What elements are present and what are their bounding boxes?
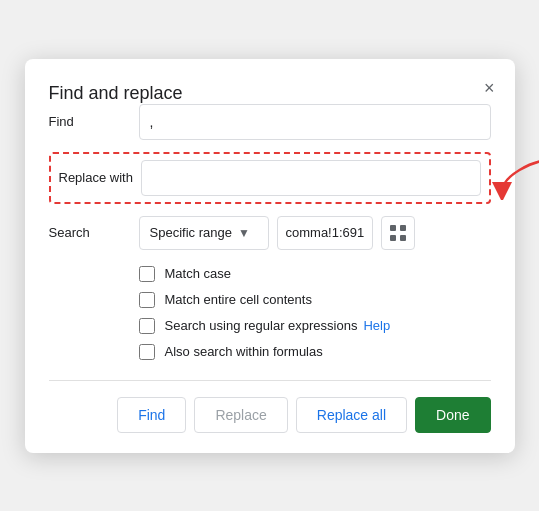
- formulas-row: Also search within formulas: [139, 344, 491, 360]
- grid-picker-button[interactable]: [381, 216, 415, 250]
- match-entire-label: Match entire cell contents: [165, 292, 312, 307]
- regex-label: Search using regular expressions: [165, 318, 358, 333]
- regex-checkbox[interactable]: [139, 318, 155, 334]
- find-label: Find: [49, 114, 139, 129]
- match-entire-checkbox[interactable]: [139, 292, 155, 308]
- done-button[interactable]: Done: [415, 397, 490, 433]
- match-case-checkbox[interactable]: [139, 266, 155, 282]
- dialog-title: Find and replace: [49, 83, 183, 103]
- formulas-checkbox[interactable]: [139, 344, 155, 360]
- regex-help-link[interactable]: Help: [363, 318, 390, 333]
- grid-icon: [390, 225, 406, 241]
- range-value: comma!1:691: [277, 216, 374, 250]
- match-case-row: Match case: [139, 266, 491, 282]
- arrow-annotation: [492, 156, 540, 200]
- replace-with-input[interactable]: [141, 160, 481, 196]
- find-input[interactable]: [139, 104, 491, 140]
- replace-button: Replace: [194, 397, 287, 433]
- search-label: Search: [49, 225, 139, 240]
- replace-all-button[interactable]: Replace all: [296, 397, 407, 433]
- svg-rect-3: [400, 235, 406, 241]
- find-button[interactable]: Find: [117, 397, 186, 433]
- match-entire-row: Match entire cell contents: [139, 292, 491, 308]
- search-dropdown-value: Specific range: [150, 225, 232, 240]
- formulas-label: Also search within formulas: [165, 344, 323, 359]
- close-button[interactable]: ×: [480, 75, 499, 101]
- search-row: Search Specific range ▼ comma!1:691: [49, 216, 491, 250]
- button-row: Find Replace Replace all Done: [49, 380, 491, 433]
- find-replace-dialog: Find and replace × Find Replace with Sea…: [25, 59, 515, 453]
- svg-rect-0: [390, 225, 396, 231]
- replace-with-label: Replace with: [59, 170, 141, 185]
- replace-with-wrapper: Replace with: [49, 152, 491, 204]
- chevron-down-icon: ▼: [238, 226, 250, 240]
- match-case-label: Match case: [165, 266, 231, 281]
- checkboxes-group: Match case Match entire cell contents Se…: [139, 266, 491, 360]
- svg-rect-1: [400, 225, 406, 231]
- svg-rect-2: [390, 235, 396, 241]
- search-dropdown[interactable]: Specific range ▼: [139, 216, 269, 250]
- find-row: Find: [49, 104, 491, 140]
- regex-row: Search using regular expressions Help: [139, 318, 491, 334]
